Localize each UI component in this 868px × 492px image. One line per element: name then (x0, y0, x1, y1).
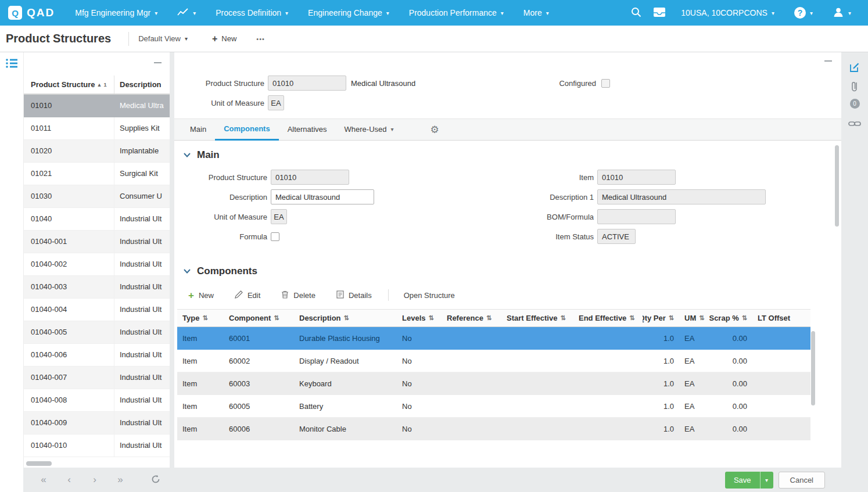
tab-main[interactable]: Main (181, 118, 215, 141)
col-component-label: Component (229, 314, 271, 322)
main-vscrollbar-thumb[interactable] (835, 145, 839, 227)
browse-hscrollbar[interactable] (26, 461, 167, 466)
browse-row[interactable]: 01040-005Industrial Ult (24, 321, 170, 344)
ps-field[interactable]: 01010 (271, 170, 349, 185)
first-page-button[interactable]: « (37, 474, 50, 486)
user-menu[interactable]: ▾ (823, 0, 861, 26)
save-button[interactable]: Save (725, 472, 760, 489)
uom-field[interactable]: EA (271, 209, 287, 224)
refresh-button[interactable] (151, 475, 160, 486)
browse-cell-ps: 01040-003 (24, 276, 114, 298)
col-component[interactable]: Component⇅ (224, 310, 294, 326)
browse-row[interactable]: 01040-008Industrial Ult (24, 389, 170, 412)
new-record-button[interactable]: + New (212, 34, 236, 44)
menu-more[interactable]: More ▾ (514, 0, 559, 26)
inbox-button[interactable] (648, 0, 671, 26)
table-vscrollbar-thumb[interactable] (811, 331, 815, 405)
domain-menu[interactable]: 10USA, 10CORPCONS ▾ (671, 0, 784, 26)
view-selector[interactable]: Default View ▾ (138, 34, 188, 43)
configured-checkbox[interactable] (601, 79, 610, 88)
browse-row[interactable]: 01040-002Industrial Ult (24, 253, 170, 276)
browse-cell-desc: Industrial Ult (114, 253, 170, 275)
description-field[interactable]: Medical Ultrasound (271, 189, 374, 204)
tab-where-used[interactable]: Where-Used ▾ (336, 118, 403, 141)
col-lt-offset[interactable]: LT Offset (752, 310, 810, 326)
browse-hscrollbar-thumb[interactable] (26, 461, 52, 466)
cell-component: 60005 (224, 402, 294, 411)
browse-collapse-button[interactable] (154, 62, 162, 63)
next-page-button[interactable]: › (88, 474, 101, 486)
menu-production-performance[interactable]: Production Performance ▾ (399, 0, 514, 26)
col-scrap-pct[interactable]: Scrap %⇅ (708, 310, 752, 326)
item-status-field[interactable]: ACTIVE (597, 229, 636, 244)
record-header-form: Product Structure 01010 Medical Ultrasou… (174, 52, 841, 110)
component-edit-button[interactable]: Edit (235, 290, 260, 300)
browse-row[interactable]: 01040Industrial Ult (24, 208, 170, 231)
browse-col-description[interactable]: Description (114, 80, 170, 89)
browse-row[interactable]: 01040-009Industrial Ult (24, 412, 170, 434)
menu-engineering-change[interactable]: Engineering Change ▾ (298, 0, 399, 26)
browse-row[interactable]: 01010Medical Ultra (24, 95, 170, 117)
links-button[interactable] (841, 114, 868, 134)
browse-list-button[interactable] (0, 52, 23, 76)
browse-row[interactable]: 01040-006Industrial Ult (24, 344, 170, 367)
browse-row[interactable]: 01030Consumer U (24, 185, 170, 208)
formula-checkbox[interactable] (271, 232, 279, 241)
browse-row[interactable]: 01020Implantable (24, 140, 170, 163)
component-row[interactable]: Item 60006 Monitor Cable No 1.0 EA 0.00 (177, 418, 810, 440)
component-new-button[interactable]: + New (188, 290, 214, 300)
prev-page-button[interactable]: ‹ (63, 474, 76, 486)
browse-row[interactable]: 01040-003Industrial Ult (24, 276, 170, 299)
col-type[interactable]: Type⇅ (177, 310, 224, 326)
sort-icon: ⇅ (428, 314, 433, 322)
col-end-effective[interactable]: End Effective⇅ (573, 310, 643, 326)
more-actions-button[interactable]: ••• (256, 35, 265, 42)
col-um[interactable]: UM⇅ (679, 310, 708, 326)
component-row[interactable]: Item 60003 Keyboard No 1.0 EA 0.00 (177, 372, 810, 395)
search-button[interactable] (625, 0, 648, 26)
tab-settings-gear-button[interactable]: ⚙ (431, 124, 439, 136)
col-start-effective[interactable]: Start Effective⇅ (501, 310, 573, 326)
component-row[interactable]: Item 60002 Display / Readout No 1.0 EA 0… (177, 350, 810, 372)
cell-description: Monitor Cable (294, 425, 397, 433)
cancel-button[interactable]: Cancel (779, 472, 825, 489)
edit-record-button[interactable] (841, 58, 868, 78)
browse-row[interactable]: 01040-001Industrial Ult (24, 231, 170, 253)
attachments-button[interactable] (841, 78, 868, 98)
tab-alternatives[interactable]: Alternatives (279, 118, 336, 141)
col-description[interactable]: Description⇅ (294, 310, 397, 326)
ps-key-field[interactable]: 01010 (268, 76, 346, 91)
browse-row[interactable]: 01040-007Industrial Ult (24, 367, 170, 389)
menu-process-definition[interactable]: Process Definition ▾ (206, 0, 298, 26)
last-page-button[interactable]: » (114, 474, 127, 486)
tab-components[interactable]: Components (215, 118, 278, 141)
help-menu[interactable]: ? ▾ (784, 0, 823, 26)
browse-row[interactable]: 01040-010Industrial Ult (24, 434, 170, 457)
uom-key-field[interactable]: EA (268, 95, 284, 110)
qad-logo[interactable]: Q QAD (8, 6, 55, 20)
components-section-title: Components (197, 265, 257, 277)
browse-row[interactable]: 01011Supplies Kit (24, 117, 170, 140)
metrics-menu[interactable]: ▾ (167, 0, 206, 26)
component-row[interactable]: Item 60005 Battery No 1.0 EA 0.00 (177, 395, 810, 418)
open-structure-button[interactable]: Open Structure (404, 291, 455, 300)
col-qty-per[interactable]: Qty Per⇅ (643, 310, 679, 326)
col-reference[interactable]: Reference⇅ (442, 310, 501, 326)
browse-col-product-structure[interactable]: Product Structure ▲ 1 (24, 76, 114, 94)
component-details-button[interactable]: Details (336, 290, 372, 300)
collapse-icon (824, 60, 832, 62)
col-levels[interactable]: Levels⇅ (397, 310, 442, 326)
browse-cell-desc: Consumer U (114, 185, 170, 207)
browse-row[interactable]: 01040-004Industrial Ult (24, 299, 170, 321)
description1-field[interactable]: Medical Ultrasound (597, 189, 766, 204)
role-menu[interactable]: Mfg Engineering Mgr ▾ (65, 0, 167, 26)
browse-row[interactable]: 01021Surgical Kit (24, 163, 170, 185)
save-options-button[interactable]: ▾ (760, 472, 773, 489)
section-collapse-chevron-icon[interactable] (184, 269, 191, 274)
bom-formula-field[interactable] (597, 209, 676, 224)
component-delete-button[interactable]: Delete (281, 290, 315, 300)
item-field[interactable]: 01010 (597, 170, 676, 185)
component-row[interactable]: Item 60001 Durable Plastic Housing No 1.… (177, 327, 810, 350)
section-collapse-chevron-icon[interactable] (184, 153, 191, 157)
main-collapse-button[interactable] (824, 60, 832, 62)
